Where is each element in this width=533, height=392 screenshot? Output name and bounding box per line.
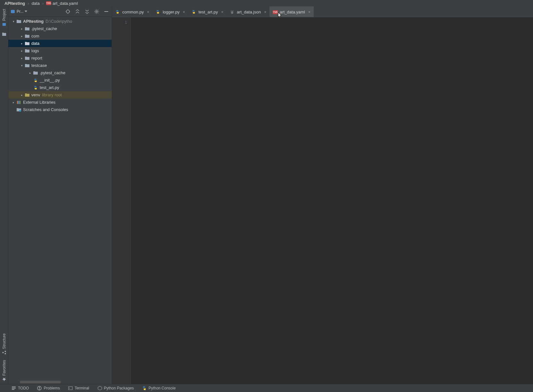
close-tab-icon[interactable]: × bbox=[221, 10, 223, 14]
line-number: 1 bbox=[112, 20, 127, 25]
tree-node-path: D:\Code\pytho bbox=[45, 19, 72, 24]
tree-node-root[interactable]: ▾ APItesting D:\Code\pytho bbox=[8, 18, 112, 25]
star-icon bbox=[2, 377, 6, 381]
tab-label: art_data.yaml bbox=[280, 10, 305, 14]
project-tree[interactable]: ▾ APItesting D:\Code\pytho ▸ .pytest_cac… bbox=[8, 17, 112, 384]
chevron-down-icon[interactable]: ▾ bbox=[11, 20, 16, 23]
tree-node-folder-selected[interactable]: ▸ data bbox=[8, 40, 112, 47]
close-tab-icon[interactable]: × bbox=[308, 10, 311, 14]
tree-node-folder[interactable]: ▸ logs bbox=[8, 47, 112, 54]
tree-node-folder[interactable]: ▾ testcase bbox=[8, 62, 112, 69]
horizontal-scrollbar[interactable] bbox=[20, 381, 61, 383]
close-tab-icon[interactable]: × bbox=[264, 10, 266, 14]
tree-node-label: APItesting bbox=[23, 19, 44, 24]
svg-rect-26 bbox=[69, 387, 72, 390]
editor-tab[interactable]: common.py × bbox=[112, 6, 152, 17]
svg-point-6 bbox=[66, 10, 69, 13]
folder-icon bbox=[16, 19, 22, 24]
structure-tool-tab[interactable]: Structure bbox=[2, 331, 6, 357]
python-file-icon bbox=[156, 10, 161, 15]
tree-node-file[interactable]: test_art.py bbox=[8, 84, 112, 91]
tree-node-label: testcase bbox=[31, 63, 47, 68]
tree-node-label: __init__.py bbox=[40, 78, 60, 83]
chevron-right-icon[interactable]: ▸ bbox=[19, 93, 24, 97]
folder-icon bbox=[24, 34, 30, 38]
breadcrumb-root[interactable]: APItesting bbox=[4, 1, 25, 6]
svg-rect-12 bbox=[104, 11, 108, 12]
chevron-right-icon[interactable]: ▸ bbox=[19, 42, 24, 45]
svg-rect-14 bbox=[17, 101, 18, 104]
tree-node-label: External Libraries bbox=[23, 100, 55, 105]
tree-node-label: .pytest_cache bbox=[31, 26, 57, 31]
problems-tool-button[interactable]: Problems bbox=[37, 386, 60, 390]
tree-node-label: .pytest_cache bbox=[40, 70, 65, 75]
editor-tab[interactable]: test_art.py × bbox=[188, 6, 227, 17]
svg-point-17 bbox=[19, 110, 21, 112]
svg-rect-20 bbox=[12, 387, 16, 387]
project-tool-tab[interactable]: Project bbox=[2, 6, 6, 29]
python-file-icon bbox=[33, 78, 38, 83]
tree-node-file[interactable]: __init__.py bbox=[8, 76, 112, 84]
svg-rect-22 bbox=[12, 389, 14, 390]
breadcrumb-file[interactable]: art_data.yaml bbox=[52, 1, 78, 6]
close-tab-icon[interactable]: × bbox=[183, 10, 185, 14]
tree-node-extra: library root bbox=[42, 92, 61, 97]
folder-icon[interactable] bbox=[2, 32, 7, 37]
python-file-icon bbox=[33, 85, 38, 90]
todo-icon bbox=[12, 386, 16, 390]
collapse-all-button[interactable] bbox=[84, 8, 91, 15]
expand-all-button[interactable] bbox=[74, 8, 81, 15]
svg-rect-24 bbox=[39, 387, 40, 388]
tree-node-folder[interactable]: ▸ .pytest_cache bbox=[8, 25, 112, 32]
svg-rect-3 bbox=[2, 352, 4, 353]
favorites-tool-tab[interactable]: Favorites bbox=[2, 357, 6, 384]
chevron-right-icon[interactable]: ▸ bbox=[19, 35, 24, 38]
editor-tabbar: common.py × logger.py × test_art.py × {}… bbox=[112, 6, 533, 17]
tree-node-scratches[interactable]: Scratches and Consoles bbox=[8, 106, 112, 113]
package-icon bbox=[98, 386, 102, 390]
project-scope-icon bbox=[10, 9, 15, 14]
tree-node-label: Scratches and Consoles bbox=[23, 107, 68, 112]
python-packages-tool-button[interactable]: Python Packages bbox=[98, 386, 134, 390]
project-icon bbox=[2, 22, 6, 27]
tree-node-label: com bbox=[31, 34, 39, 38]
tab-label: test_art.py bbox=[198, 10, 218, 14]
hide-panel-button[interactable] bbox=[103, 8, 110, 15]
breadcrumb-folder[interactable]: data bbox=[32, 1, 40, 6]
chevron-right-icon[interactable]: ▸ bbox=[19, 27, 24, 30]
svg-marker-4 bbox=[2, 378, 6, 381]
tree-node-label: report bbox=[31, 56, 42, 60]
code-area[interactable] bbox=[131, 17, 533, 384]
todo-tool-button[interactable]: TODO bbox=[12, 386, 29, 390]
tree-node-venv[interactable]: ▸ venv library root bbox=[8, 91, 112, 99]
chevron-right-icon[interactable]: ▸ bbox=[19, 49, 24, 52]
editor-tab[interactable]: {} art_data.json × bbox=[227, 6, 270, 17]
terminal-tool-button[interactable]: Terminal bbox=[68, 386, 89, 390]
project-panel: Pr... ▾ APItesting D:\Code\pytho ▸ .py bbox=[8, 6, 112, 384]
chevron-right-icon[interactable]: ▸ bbox=[19, 57, 24, 60]
tab-label: art_data.json bbox=[237, 10, 261, 14]
tree-node-folder[interactable]: ▸ com bbox=[8, 32, 112, 40]
python-console-tool-button[interactable]: Python Console bbox=[142, 386, 176, 390]
editor-tab[interactable]: logger.py × bbox=[152, 6, 188, 17]
chevron-right-icon[interactable]: ▸ bbox=[11, 101, 16, 104]
tree-node-label: venv bbox=[31, 92, 40, 97]
project-view-selector[interactable]: Pr... bbox=[10, 9, 27, 14]
tree-node-folder[interactable]: ▸ report bbox=[8, 54, 112, 62]
breadcrumb: APItesting › data › YML art_data.yaml bbox=[0, 0, 533, 6]
editor-tab-active[interactable]: YML art_data.yaml × bbox=[270, 6, 314, 17]
tree-node-external-libs[interactable]: ▸ External Libraries bbox=[8, 99, 112, 106]
breadcrumb-sep: › bbox=[28, 1, 29, 6]
locate-file-button[interactable] bbox=[64, 8, 71, 15]
libraries-icon bbox=[16, 100, 22, 105]
structure-icon bbox=[2, 350, 6, 355]
close-tab-icon[interactable]: × bbox=[147, 10, 149, 14]
yaml-file-icon: YML bbox=[46, 1, 51, 5]
editor-body[interactable]: 1 bbox=[112, 17, 533, 384]
chevron-down-icon[interactable]: ▾ bbox=[19, 64, 24, 67]
gear-icon bbox=[94, 9, 99, 14]
settings-button[interactable] bbox=[93, 8, 100, 15]
tree-node-folder[interactable]: ▸ .pytest_cache bbox=[8, 69, 112, 76]
chevron-right-icon[interactable]: ▸ bbox=[28, 71, 33, 75]
python-file-icon bbox=[115, 10, 120, 15]
